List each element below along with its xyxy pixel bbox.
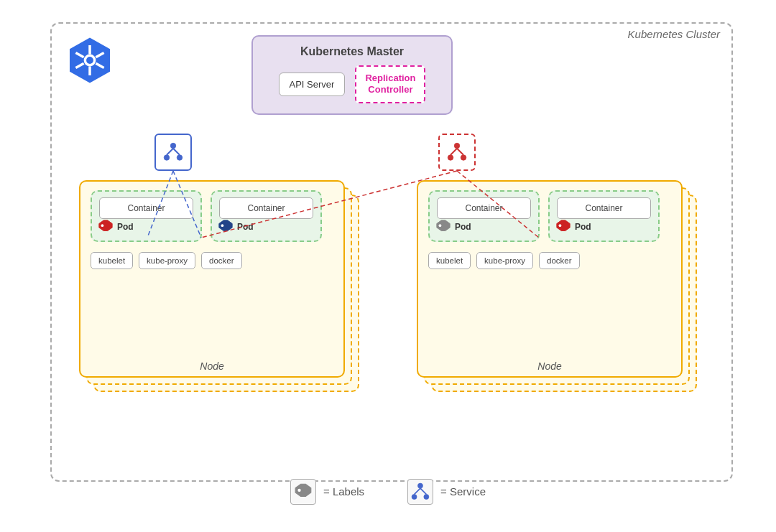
left-pod-tag-2: Pod bbox=[218, 219, 254, 235]
right-node-stack: Container Pod Container bbox=[417, 180, 690, 388]
left-docker: docker bbox=[201, 252, 242, 269]
svg-line-13 bbox=[173, 148, 180, 154]
cluster-label: Kubernetes Cluster bbox=[628, 28, 720, 40]
legend-labels-text: = Labels bbox=[323, 485, 364, 498]
right-pods-row: Container Pod Container bbox=[428, 190, 671, 242]
svg-line-17 bbox=[451, 148, 457, 154]
legend-labels: = Labels bbox=[290, 479, 364, 505]
right-docker: docker bbox=[539, 252, 580, 269]
left-kube-proxy: kube-proxy bbox=[139, 252, 195, 269]
right-pod-2: Container Pod bbox=[548, 190, 660, 242]
svg-line-32 bbox=[420, 488, 426, 494]
svg-point-28 bbox=[418, 483, 423, 488]
master-box: Kubernetes Master API Server Replication… bbox=[251, 35, 453, 116]
right-node-label: Node bbox=[537, 360, 561, 372]
left-kubelet: kubelet bbox=[91, 252, 133, 269]
left-container-1: Container bbox=[99, 197, 193, 219]
right-container-2: Container bbox=[557, 197, 651, 219]
left-pod-tag-1: Pod bbox=[98, 219, 134, 235]
svg-point-10 bbox=[164, 154, 170, 160]
svg-line-31 bbox=[415, 488, 420, 494]
svg-point-2 bbox=[86, 57, 93, 64]
diagram-wrapper: Kubernetes Cluster Kubernetes Master API… bbox=[36, 15, 740, 518]
service-icon-blue bbox=[154, 134, 192, 171]
legend: = Labels = Service bbox=[290, 479, 486, 505]
left-node-label: Node bbox=[200, 360, 223, 372]
master-title: Kubernetes Master bbox=[300, 45, 404, 58]
right-kube-proxy: kube-proxy bbox=[476, 252, 533, 269]
right-system-row: kubelet kube-proxy docker bbox=[428, 252, 671, 269]
svg-point-22 bbox=[559, 224, 562, 227]
left-pods-row: Container Pod Container bbox=[91, 190, 333, 242]
left-pod-1: Container Pod bbox=[91, 190, 202, 242]
right-pod-1: Container Pod bbox=[428, 190, 540, 242]
left-container-2: Container bbox=[219, 197, 313, 219]
legend-label-icon bbox=[290, 479, 316, 505]
svg-point-14 bbox=[454, 143, 460, 149]
svg-point-21 bbox=[439, 224, 442, 227]
master-components: API Server ReplicationController bbox=[279, 65, 426, 104]
legend-service-icon bbox=[407, 479, 433, 505]
svg-point-9 bbox=[170, 143, 176, 149]
svg-point-15 bbox=[448, 154, 453, 160]
service-icon-red bbox=[438, 134, 476, 171]
replication-controller-box: ReplicationController bbox=[355, 65, 425, 104]
left-system-row: kubelet kube-proxy docker bbox=[91, 252, 333, 269]
svg-point-20 bbox=[221, 224, 224, 227]
svg-line-18 bbox=[457, 148, 463, 154]
right-container-1: Container bbox=[437, 197, 531, 219]
left-node-box: Container Pod Container bbox=[79, 180, 345, 378]
left-node-stack: Container Pod Container bbox=[79, 180, 352, 388]
svg-point-16 bbox=[461, 154, 466, 160]
right-node-box: Container Pod Container bbox=[417, 180, 683, 378]
api-server-box: API Server bbox=[279, 73, 346, 96]
svg-point-19 bbox=[101, 224, 104, 227]
svg-point-27 bbox=[297, 488, 300, 491]
svg-point-29 bbox=[412, 494, 417, 499]
svg-point-11 bbox=[177, 154, 183, 160]
right-pod-tag-1: Pod bbox=[435, 219, 471, 235]
left-pod-2: Container Pod bbox=[211, 190, 322, 242]
right-pod-tag-2: Pod bbox=[555, 219, 591, 235]
svg-point-30 bbox=[424, 494, 429, 499]
svg-line-12 bbox=[167, 148, 173, 154]
right-kubelet: kubelet bbox=[428, 252, 471, 269]
legend-service: = Service bbox=[407, 479, 486, 505]
legend-service-text: = Service bbox=[440, 485, 486, 498]
k8s-logo bbox=[65, 35, 115, 85]
